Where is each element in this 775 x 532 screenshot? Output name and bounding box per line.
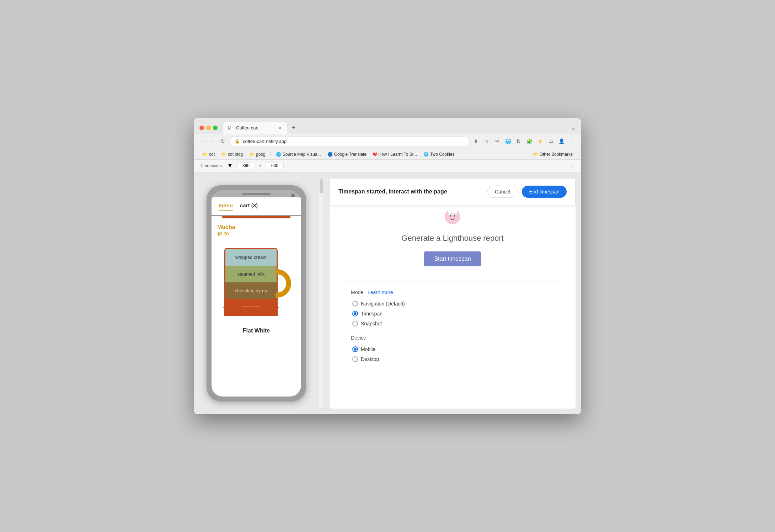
dimensions-label: Dimensions: [199, 163, 223, 168]
bookmark-item[interactable]: 🌐 Two Cookies [421, 151, 458, 158]
start-timespan-button[interactable]: Start timespan [424, 251, 481, 266]
timespan-buttons: Cancel End timespan [487, 186, 567, 198]
tab-row: V Coffee cart × + ⌄ [199, 122, 576, 134]
dimensions-separator: × [259, 163, 262, 168]
forward-button[interactable]: → [209, 138, 217, 145]
cancel-button[interactable]: Cancel [487, 186, 518, 198]
refresh-button[interactable]: ↻ [219, 138, 226, 145]
new-tab-button[interactable]: + [289, 123, 299, 133]
close-window-button[interactable] [199, 126, 204, 130]
coffee-mug-wrapper: whipped cream steamed milk chocolate syr… [217, 241, 295, 319]
learn-more-link[interactable]: Learn more [368, 289, 393, 295]
window-dropdown[interactable]: ⌄ [571, 124, 576, 131]
radio-snapshot[interactable] [352, 321, 358, 326]
scrollbar-thumb[interactable] [320, 179, 323, 193]
lighthouse-content: Generate a Lighthouse report Start times… [330, 178, 576, 385]
phone-inner: menu cart (3) Mocha $8.00 [212, 190, 301, 397]
bookmark-label: cdt [209, 152, 215, 157]
cut-icon[interactable]: ✂ [494, 138, 501, 145]
mode-option-timespan[interactable]: Timespan [352, 311, 554, 316]
mug-layer-cream: whipped cream [225, 249, 277, 266]
url-bar[interactable]: 🔒 coffee-cart.netlify.app [229, 137, 470, 146]
mug-layer-milk: steamed milk [225, 266, 277, 282]
bookmark-icon: 📁 [221, 152, 226, 157]
bookmark-item[interactable]: 📁 cdt [199, 151, 218, 158]
mug-handle [276, 269, 291, 298]
bookmark-other[interactable]: 📁 Other Bookmarks [530, 151, 576, 158]
bookmark-label: Source Map Visua... [283, 152, 321, 157]
bookmark-item[interactable]: 📁 goog [246, 151, 268, 158]
bookmark-google-translate[interactable]: 🔵 Google Translate [325, 151, 369, 158]
notion-icon[interactable]: N [515, 138, 522, 145]
radio-timespan[interactable] [352, 311, 358, 316]
maximize-window-button[interactable] [213, 126, 218, 130]
bookmark-item[interactable]: W How I Learnt To St... [370, 151, 420, 158]
timespan-dialog: Timespan started, interact with the page… [330, 178, 576, 205]
height-input[interactable] [266, 162, 284, 169]
mode-snapshot-label: Snapshot [361, 321, 382, 326]
more-options-icon[interactable]: ⋮ [568, 138, 576, 145]
mode-row: Mode Learn more [351, 289, 554, 295]
phone-speaker [242, 193, 271, 195]
bookmark-label: Google Translate [334, 152, 367, 157]
phone-container: menu cart (3) Mocha $8.00 [199, 178, 313, 409]
radio-mobile[interactable] [352, 346, 358, 352]
extensions-icon[interactable]: 🧩 [526, 138, 533, 145]
mug-bottom [223, 307, 279, 310]
mode-label: Mode [351, 289, 363, 295]
globe-icon[interactable]: 🌐 [504, 138, 512, 145]
mode-option-snapshot[interactable]: Snapshot [352, 321, 554, 326]
bookmark-icon[interactable]: ☆ [483, 138, 490, 145]
mode-section: Mode Learn more Navigation (Default) [344, 289, 561, 371]
lock-icon: 🔒 [235, 139, 240, 144]
mode-navigation-label: Navigation (Default) [361, 301, 405, 307]
back-button[interactable]: ← [199, 138, 207, 145]
mode-radio-group: Navigation (Default) Timespan Snapshot [351, 301, 554, 326]
coffee-app-nav: menu cart (3) [212, 197, 301, 216]
bookmark-separator [460, 151, 460, 157]
url-text: coffee-cart.netlify.app [243, 139, 287, 144]
dimensions-dropdown-arrow[interactable]: ▼ [227, 163, 233, 169]
mode-timespan-label: Timespan [361, 311, 383, 316]
device-desktop-label: Desktop [361, 356, 379, 362]
sidebar-icon[interactable]: ▭ [547, 138, 554, 145]
width-input[interactable] [237, 162, 255, 169]
nav-menu-tab[interactable]: menu [219, 202, 233, 211]
device-option-desktop[interactable]: Desktop [352, 356, 554, 362]
mug-body: whipped cream steamed milk chocolate syr… [224, 248, 278, 316]
device-label: Device [351, 335, 366, 341]
device-radio-group: Mobile Desktop [351, 346, 554, 362]
bookmark-separator [271, 151, 271, 157]
end-timespan-button[interactable]: End timespan [522, 186, 567, 198]
next-product-name: Flat White [217, 325, 295, 337]
radio-navigation[interactable] [352, 301, 358, 307]
content-area: Dimensions: ▼ × ⋮ menu cart (3) [194, 160, 581, 414]
divider [344, 281, 561, 281]
bookmark-label: goog [256, 152, 266, 157]
device-mobile-label: Mobile [361, 346, 375, 352]
mode-option-navigation[interactable]: Navigation (Default) [352, 301, 554, 307]
address-bar: ← → ↻ 🔒 coffee-cart.netlify.app ⬆ ☆ ✂ 🌐 … [194, 134, 581, 149]
radio-desktop[interactable] [352, 356, 358, 362]
bookmark-label: Two Cookies [430, 152, 455, 157]
bookmark-icon: W [373, 152, 377, 157]
bookmark-item[interactable]: 🌐 Source Map Visua... [273, 151, 324, 158]
product-price: $8.00 [217, 231, 295, 236]
bookmark-item[interactable]: 📁 cdt blog [218, 151, 246, 158]
tab-close-button[interactable]: × [277, 125, 283, 131]
devtools-icon[interactable]: ⚡ [536, 138, 544, 145]
share-icon[interactable]: ⬆ [472, 138, 480, 145]
radio-mobile-dot [354, 348, 357, 351]
minimize-window-button[interactable] [206, 126, 211, 130]
device-row: Device [351, 335, 554, 341]
device-option-mobile[interactable]: Mobile [352, 346, 554, 352]
avatar-icon[interactable]: 👤 [558, 138, 565, 145]
bookmark-icon: 📁 [533, 152, 538, 157]
bookmark-icon: 🌐 [276, 152, 281, 157]
nav-cart-tab[interactable]: cart (3) [240, 202, 258, 211]
bookmark-icon: 🌐 [423, 152, 429, 157]
tab-favicon: V [228, 125, 233, 131]
active-tab[interactable]: V Coffee cart × [223, 122, 287, 134]
bookmark-label: Other Bookmarks [540, 152, 573, 157]
more-options-icon[interactable]: ⋮ [570, 163, 576, 169]
